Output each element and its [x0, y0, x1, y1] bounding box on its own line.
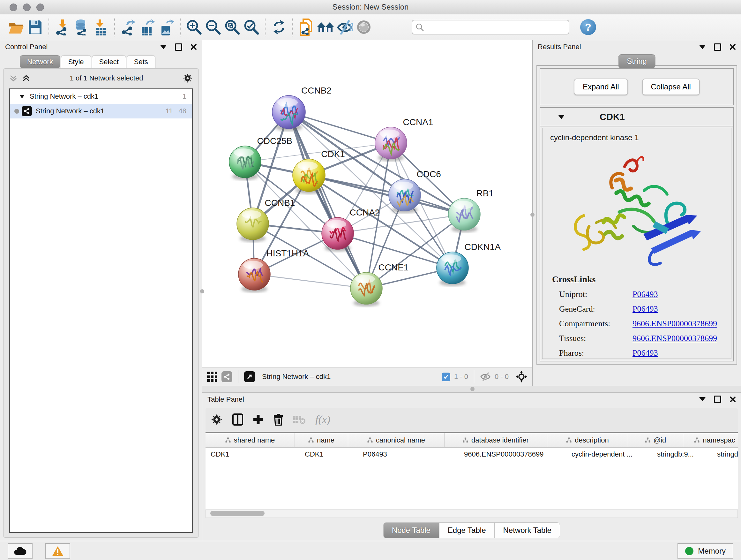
memory-button[interactable]: Memory [677, 543, 733, 559]
close-panel-icon[interactable] [730, 44, 736, 50]
import-table-button[interactable] [91, 17, 111, 37]
table-hscrollbar[interactable] [205, 509, 738, 518]
splitter-handle[interactable] [470, 387, 475, 391]
float-panel-icon[interactable] [175, 44, 182, 51]
panel-menu-icon[interactable] [699, 45, 705, 49]
column-header-shared-name[interactable]: shared name [205, 433, 295, 447]
copy-network-button[interactable] [297, 17, 316, 37]
hscroll-thumb[interactable] [210, 511, 265, 516]
crosslink-value-link[interactable]: P06493 [632, 290, 658, 299]
splitter-handle[interactable] [530, 212, 535, 217]
open-session-button[interactable] [6, 17, 25, 37]
open-in-window-icon[interactable] [244, 371, 255, 382]
crosslink-value-link[interactable]: P06493 [632, 348, 658, 358]
collapse-gene-icon[interactable] [558, 115, 564, 119]
panel-menu-icon[interactable] [699, 397, 705, 401]
zoom-fit-button[interactable] [223, 17, 242, 37]
panel-menu-icon[interactable] [160, 45, 166, 49]
table-cell[interactable]: stringdb:9... [652, 448, 712, 461]
table-header-row[interactable]: shared namenamecanonical namedatabase id… [205, 433, 738, 448]
tab-select[interactable]: Select [92, 55, 126, 68]
network-edge[interactable] [254, 274, 366, 288]
show-columns-icon[interactable] [232, 414, 243, 426]
column-header-name[interactable]: name [295, 433, 348, 447]
network-edge[interactable] [289, 112, 366, 288]
float-panel-icon[interactable] [714, 395, 721, 403]
column-header-namespac[interactable]: namespac [683, 433, 738, 447]
network-row[interactable]: String Network – cdk1 11 48 [10, 104, 192, 118]
network-node-ccne1[interactable]: CCNE1 [350, 262, 408, 307]
table-cell[interactable]: P06493 [358, 448, 459, 461]
column-header--id[interactable]: @id [628, 433, 683, 447]
expand-all-button[interactable]: Expand All [574, 78, 628, 95]
graphics-detail-button[interactable] [354, 17, 374, 37]
hidden-eye-icon[interactable] [480, 372, 491, 381]
tab-sets[interactable]: Sets [127, 55, 155, 68]
hide-graphics-button[interactable] [335, 17, 354, 37]
network-node-ccnb1[interactable]: CCNB1 [237, 198, 295, 242]
table-cell[interactable]: CDK1 [300, 448, 358, 461]
gene-section-header[interactable]: CDK1 [540, 108, 733, 126]
splitter-handle[interactable] [200, 289, 204, 294]
tab-string[interactable]: String [618, 54, 656, 68]
tab-node-table[interactable]: Node Table [383, 522, 439, 538]
table-cell[interactable]: CDK1 [205, 448, 300, 461]
tree-expander-icon[interactable] [19, 95, 24, 98]
network-node-cdk1[interactable]: CDK1 [293, 149, 345, 194]
table-cell[interactable]: stringdb [712, 448, 738, 461]
help-button[interactable]: ? [580, 19, 596, 35]
traffic-light-minimize-icon[interactable] [23, 3, 30, 11]
panel-splitter[interactable] [202, 386, 741, 393]
add-column-icon[interactable] [253, 414, 264, 425]
collapse-all-button[interactable]: Collapse All [642, 78, 700, 95]
tab-style[interactable]: Style [61, 55, 91, 68]
table-cell[interactable]: cyclin-dependent ... [566, 448, 652, 461]
toolbar-search[interactable] [412, 20, 569, 35]
table-row[interactable]: CDK1CDK1P064939606.ENSP00000378699cyclin… [205, 448, 738, 461]
network-node-rb1[interactable]: RB1 [448, 188, 494, 233]
expand-all-icon[interactable] [22, 74, 30, 82]
tab-network[interactable]: Network [20, 55, 60, 68]
save-session-button[interactable] [25, 17, 45, 37]
delete-icon[interactable] [273, 414, 283, 426]
column-header-description[interactable]: description [547, 433, 628, 447]
export-table-button[interactable] [138, 17, 157, 37]
cloud-status-button[interactable] [8, 543, 32, 559]
import-database-button[interactable] [72, 17, 91, 37]
float-panel-icon[interactable] [714, 44, 721, 51]
table-gear-icon[interactable] [211, 414, 223, 426]
string-network-graph[interactable]: CCNB2CCNA1CDC25BCDK1CDC6RB1CCNB1CCNA2CDK… [202, 40, 532, 368]
search-input[interactable] [426, 23, 565, 32]
network-collection-row[interactable]: String Network – cdk1 1 [10, 89, 192, 104]
collapse-all-icon[interactable] [9, 74, 17, 82]
crosslink-value-link[interactable]: 9606.ENSP00000378699 [632, 334, 717, 343]
network-node-hist1h1a[interactable]: HIST1H1A [239, 248, 309, 293]
zoom-selected-button[interactable] [242, 17, 261, 37]
traffic-light-close-icon[interactable] [10, 3, 17, 11]
close-panel-icon[interactable] [730, 396, 736, 402]
tab-network-table[interactable]: Network Table [495, 522, 560, 538]
selected-nodes-checkbox[interactable] [442, 373, 450, 381]
export-image-button[interactable] [157, 17, 176, 37]
warning-status-button[interactable] [45, 543, 70, 559]
zoom-in-button[interactable] [185, 17, 204, 37]
column-header-canonical-name[interactable]: canonical name [348, 433, 445, 447]
zoom-out-button[interactable] [204, 17, 223, 37]
crosslink-value-link[interactable]: 9606.ENSP00000378699 [632, 319, 717, 328]
network-canvas[interactable]: CCNB2CCNA1CDC25BCDK1CDC6RB1CCNB1CCNA2CDK… [202, 40, 532, 368]
home-view-button[interactable] [316, 17, 335, 37]
crosshair-icon[interactable] [515, 370, 528, 383]
table-cell[interactable]: 9606.ENSP00000378699 [459, 448, 566, 461]
string-badge-icon[interactable] [221, 371, 232, 382]
network-node-cdkn1a[interactable]: CDKN1A [436, 242, 501, 286]
refresh-button[interactable] [269, 17, 288, 37]
export-network-button[interactable] [119, 17, 138, 37]
column-header-database-identifier[interactable]: database identifier [445, 433, 547, 447]
import-network-button[interactable] [53, 17, 72, 37]
crosslink-value-link[interactable]: P06493 [632, 304, 658, 314]
network-node-ccna1[interactable]: CCNA1 [375, 117, 433, 161]
close-panel-icon[interactable] [191, 44, 197, 50]
tab-edge-table[interactable]: Edge Table [439, 522, 495, 538]
grid-view-icon[interactable] [207, 371, 218, 382]
gear-icon[interactable] [183, 73, 193, 83]
